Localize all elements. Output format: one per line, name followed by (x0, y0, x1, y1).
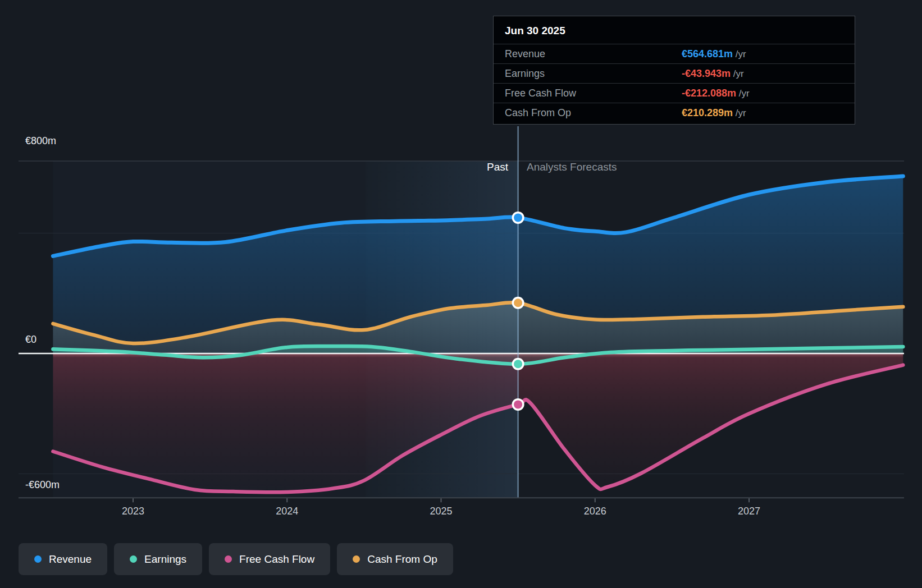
tooltip-unit: /yr (733, 49, 746, 59)
free-cash-flow-dot-icon (225, 555, 232, 563)
legend-label: Free Cash Flow (239, 553, 314, 566)
tooltip-row-revenue: Revenue €564.681m /yr (494, 44, 855, 63)
y-axis-label-0: €0 (25, 334, 36, 346)
tooltip-label: Free Cash Flow (505, 88, 576, 99)
x-axis-label-2025: 2025 (416, 506, 467, 517)
tooltip-value: €210.289m (682, 107, 733, 118)
tooltip-row-earnings: Earnings -€43.943m /yr (494, 63, 855, 83)
cash-from-op-dot-icon (353, 555, 360, 563)
legend-item-revenue[interactable]: Revenue (19, 543, 107, 575)
tooltip-label: Cash From Op (505, 107, 571, 119)
past-region-label: Past (413, 161, 508, 173)
legend-item-earnings[interactable]: Earnings (114, 543, 202, 575)
x-axis-label-2024: 2024 (262, 506, 312, 517)
free-cash-flow-marker (512, 398, 524, 411)
forecast-region-label: Analysts Forecasts (527, 161, 617, 173)
legend: Revenue Earnings Free Cash Flow Cash Fro… (19, 543, 453, 575)
tooltip-row-cash-from-op: Cash From Op €210.289m /yr (494, 103, 855, 122)
tooltip-value: -€43.943m (682, 68, 731, 79)
x-axis-label-2023: 2023 (108, 506, 158, 517)
legend-label: Earnings (144, 553, 186, 566)
legend-item-free-cash-flow[interactable]: Free Cash Flow (209, 543, 330, 575)
x-axis-label-2026: 2026 (570, 506, 620, 517)
tooltip-label: Revenue (505, 48, 545, 60)
revenue-dot-icon (34, 555, 42, 563)
tooltip-unit: /yr (733, 108, 746, 118)
earnings-marker (512, 358, 524, 370)
revenue-marker (512, 212, 524, 224)
tooltip-label: Earnings (505, 68, 545, 80)
tooltip-unit: /yr (731, 68, 744, 79)
tooltip-date: Jun 30 2025 (494, 16, 855, 44)
hover-tooltip: Jun 30 2025 Revenue €564.681m /yr Earnin… (493, 16, 855, 125)
tooltip-value: €564.681m (682, 48, 733, 59)
tooltip-value: -€212.088m (682, 88, 736, 99)
financial-forecast-chart: €800m €0 -€600m 2023 2024 2025 2026 2027… (0, 0, 922, 588)
y-axis-label-neg600m: -€600m (25, 479, 60, 491)
legend-item-cash-from-op[interactable]: Cash From Op (337, 543, 453, 575)
tooltip-row-free-cash-flow: Free Cash Flow -€212.088m /yr (494, 83, 855, 103)
earnings-dot-icon (130, 555, 137, 563)
y-axis-label-800m: €800m (25, 135, 56, 147)
x-axis-label-2027: 2027 (724, 506, 774, 517)
tooltip-unit: /yr (736, 88, 750, 99)
legend-label: Cash From Op (367, 553, 437, 566)
cash-from-op-marker (512, 297, 524, 309)
legend-label: Revenue (49, 553, 92, 566)
